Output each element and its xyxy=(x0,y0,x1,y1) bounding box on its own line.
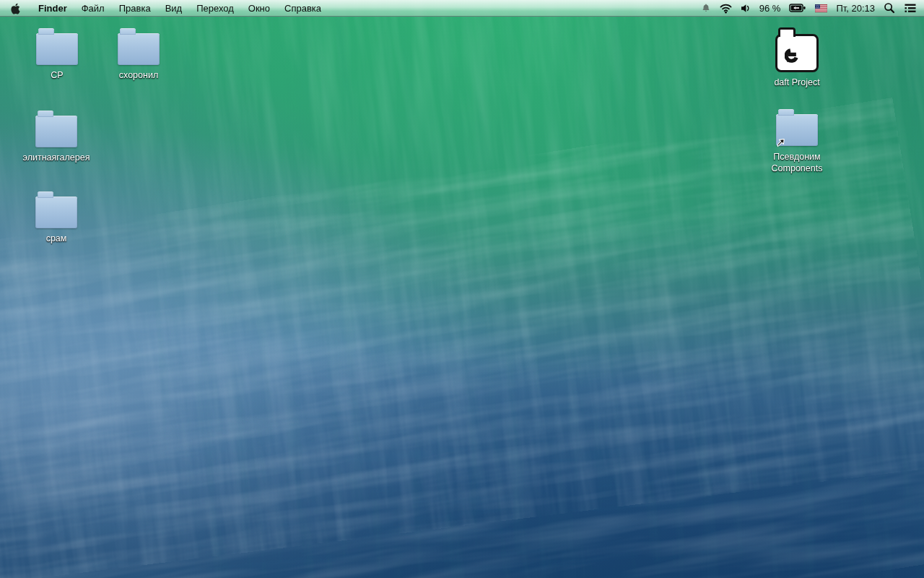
live-badge-text: live xyxy=(787,57,796,64)
us-flag-icon[interactable] xyxy=(815,4,827,12)
menu-file[interactable]: Файл xyxy=(74,0,112,16)
apple-icon xyxy=(10,2,21,14)
menu-bar-left: Finder Файл Правка Вид Переход Окно Спра… xyxy=(0,0,328,16)
spotlight-icon[interactable] xyxy=(884,2,895,14)
bell-icon[interactable] xyxy=(701,2,711,14)
menu-bar: Finder Файл Правка Вид Переход Окно Спра… xyxy=(0,0,924,17)
menu-go[interactable]: Переход xyxy=(189,0,241,16)
clock[interactable]: Пт, 20:13 xyxy=(836,3,875,14)
alias-arrow-icon xyxy=(776,137,786,147)
menu-view[interactable]: Вид xyxy=(158,0,190,16)
desktop-icon-cp[interactable]: CP xyxy=(14,27,100,81)
alias-folder-icon xyxy=(776,114,818,146)
desktop-icon-daft-project[interactable]: live daft Project xyxy=(754,25,840,88)
desktop-icon-shoronil[interactable]: схоронил xyxy=(95,27,182,81)
menu-help[interactable]: Справка xyxy=(277,0,328,16)
volume-icon[interactable] xyxy=(741,3,751,14)
icon-label: схоронил xyxy=(119,70,158,81)
menu-window[interactable]: Окно xyxy=(241,0,277,16)
icon-label: CP xyxy=(51,70,63,81)
battery-icon[interactable] xyxy=(789,2,806,14)
icon-label-line1: Псевдоним xyxy=(772,151,823,163)
ableton-live-logo-icon: live xyxy=(785,41,809,66)
folder-icon xyxy=(36,33,78,65)
icon-label: элитнаягалерея xyxy=(23,152,90,163)
apple-menu[interactable] xyxy=(10,2,21,14)
icon-label: Псевдоним Components xyxy=(772,151,823,174)
folder-icon xyxy=(35,197,77,228)
ableton-live-folder-icon: live xyxy=(775,34,819,72)
icon-label: срам xyxy=(46,233,67,244)
desktop-icon-sram[interactable]: срам xyxy=(13,191,100,244)
notification-center-icon[interactable] xyxy=(904,3,917,14)
icon-label: daft Project xyxy=(774,77,819,88)
icon-label-line2: Components xyxy=(772,163,823,174)
folder-icon xyxy=(35,116,77,147)
wifi-icon[interactable] xyxy=(720,3,732,14)
menu-bar-status: 96 % xyxy=(701,0,924,16)
menu-finder[interactable]: Finder xyxy=(31,0,74,16)
desktop-icon-elitnaya-galereya[interactable]: элитнаягалерея xyxy=(13,110,100,163)
desktop-icon-pseudonym-components[interactable]: Псевдоним Components xyxy=(754,108,840,174)
battery-percent: 96 % xyxy=(759,3,781,14)
menu-edit[interactable]: Правка xyxy=(112,0,158,16)
desktop-screen: Finder Файл Правка Вид Переход Окно Спра… xyxy=(0,0,924,578)
folder-icon xyxy=(118,33,160,65)
